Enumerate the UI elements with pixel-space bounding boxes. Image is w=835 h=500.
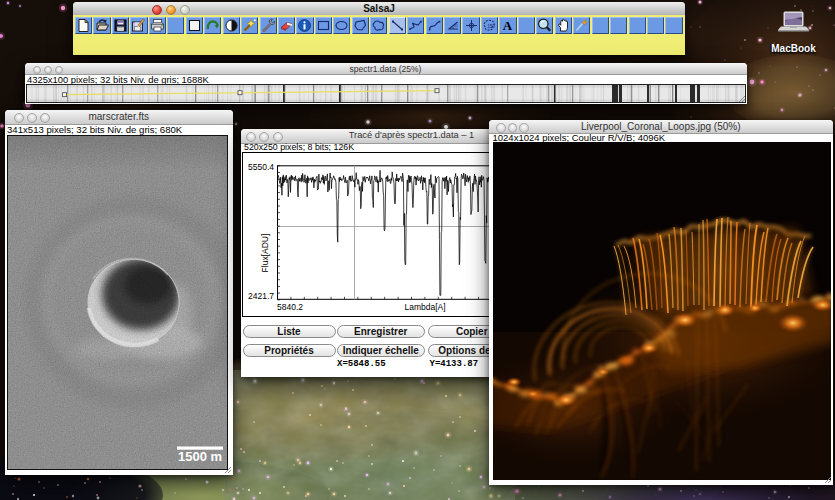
- svg-text:5550.4: 5550.4: [248, 161, 274, 171]
- svg-text:A: A: [503, 18, 513, 33]
- svg-text:1500 m: 1500 m: [177, 449, 221, 464]
- svg-text:150: 150: [487, 24, 495, 29]
- svg-text:Lambda[A]: Lambda[A]: [404, 302, 445, 312]
- svg-text:Flux[ADU]: Flux[ADU]: [260, 233, 270, 272]
- svg-text:2421.7: 2421.7: [248, 291, 274, 301]
- svg-text:45: 45: [454, 24, 458, 28]
- svg-text:5840.2: 5840.2: [277, 301, 303, 311]
